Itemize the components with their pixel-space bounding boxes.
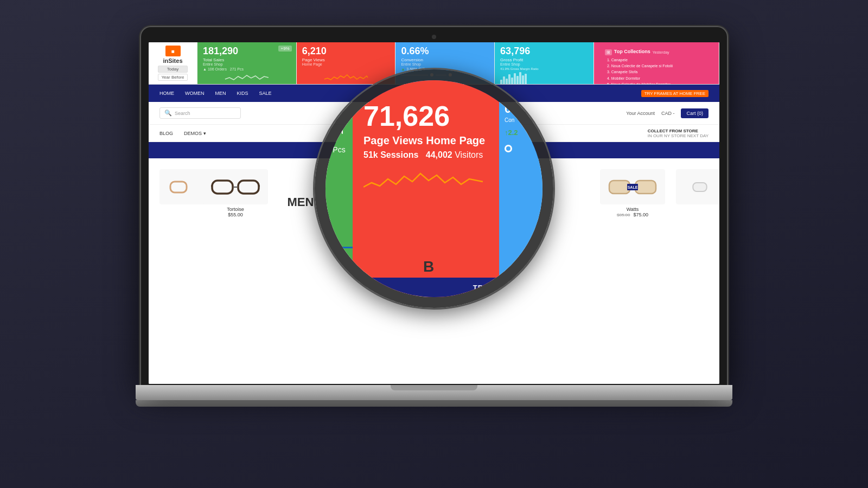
- subnav-demos[interactable]: DEMOS ▾: [184, 131, 206, 136]
- product-price-watts: $75.00: [633, 212, 648, 217]
- nav-home[interactable]: HOME: [159, 91, 174, 96]
- laptop-screen-outer: ■ inSites Today Year Before 181,290 Tota…: [141, 27, 727, 385]
- tile-top-collections: ⊞ Top Collections Yesterday Canapele Nou…: [594, 42, 719, 84]
- screen-content: ■ inSites Today Year Before 181,290 Tota…: [149, 42, 719, 384]
- gross-profit-sublabel: Entire Shop: [500, 62, 588, 66]
- product-img-watts: SALE: [600, 169, 665, 204]
- product-card-partial-right: [676, 169, 709, 217]
- logo-icon-text: ■: [171, 48, 174, 54]
- zoomed-dot: [505, 145, 512, 152]
- total-sales-number: 181,290: [203, 46, 291, 57]
- product-pricing-watts: $85.00 $75.00: [617, 212, 648, 217]
- search-icon: 🔍: [164, 110, 172, 117]
- zoomed-left-strip: 15% Pcs: [326, 80, 353, 297]
- svg-rect-10: [609, 181, 630, 194]
- zoomed-page-views: Page Views Home Page: [363, 134, 488, 147]
- tile-total-sales: 181,290 Total Sales Entire Shop ▲ 106 Or…: [197, 42, 297, 84]
- zoomed-big-number: 71,626: [363, 102, 488, 130]
- svg-text:SALE: SALE: [628, 185, 638, 189]
- subnav-blog[interactable]: BLOG: [159, 131, 173, 136]
- glasses-icon-partial-right: [692, 176, 719, 198]
- sessions-value: 51k Sessions: [363, 150, 418, 159]
- nav-sale[interactable]: SALE: [259, 91, 272, 96]
- collection-item-3: Canapele Stofa: [611, 69, 708, 75]
- conversion-number: 0.66%: [401, 46, 489, 57]
- zoomed-percent: 15%: [333, 113, 346, 134]
- collect-sub: IN OUR NY STORE NEXT DAY: [648, 133, 709, 138]
- product-card-partial-left: [159, 169, 192, 217]
- collections-title: Top Collections: [614, 49, 650, 54]
- insites-logo-icon: ■: [165, 46, 181, 56]
- collection-item-4: Mobilier Dormitor: [611, 75, 708, 81]
- page-views-sub: Home Page: [426, 134, 485, 146]
- gross-profit-number: 63,796: [500, 46, 588, 57]
- magnifier-overlay: 15% Pcs 71,626 Page Views Home Page: [315, 69, 553, 308]
- laptop-foot: [136, 400, 732, 407]
- collections-list: Canapele Noua Colectie de Canapele si Fo…: [605, 57, 708, 84]
- bottom-blue-bar: TRY FRAMES A: [326, 278, 542, 297]
- collections-sublabel: Yesterday: [653, 50, 669, 54]
- tile-gross-profit: 63,796 Gross Profit Entire Shop 41.9% Gr…: [495, 42, 594, 84]
- visitors-label: Visitors: [455, 150, 483, 159]
- nav-men[interactable]: MEN: [215, 91, 226, 96]
- conversion-label: Conversion: [401, 57, 489, 62]
- zoomed-con-label: Con: [505, 117, 537, 123]
- free-shipping-label: TRY FRAMES AT HOME FREE: [641, 90, 709, 97]
- total-sales-sublabel: Entire Shop: [203, 62, 291, 66]
- nav-kids[interactable]: KIDS: [237, 91, 248, 96]
- today-btn[interactable]: Today: [158, 66, 188, 73]
- page-views-number: 6,210: [302, 46, 390, 57]
- logo-date-buttons: Today Year Before: [158, 66, 188, 81]
- collection-item-1: Canapele: [611, 57, 708, 63]
- zoomed-pcs: Pcs: [333, 145, 345, 154]
- account-label[interactable]: Your Account: [626, 111, 655, 116]
- currency-label[interactable]: CAD -: [661, 111, 675, 116]
- search-placeholder: Search: [175, 111, 190, 116]
- svg-rect-11: [635, 181, 656, 194]
- zoomed-blue-line: [326, 247, 353, 248]
- subnav-right: COLLECT FROM STORE IN OUR NY STORE NEXT …: [648, 129, 709, 138]
- total-sales-badge: +9%: [278, 46, 291, 52]
- magnifier-zoomed-content: 15% Pcs 71,626 Page Views Home Page: [326, 80, 542, 297]
- conversion-sublabel: Entire Shop: [401, 62, 489, 66]
- zoomed-right-strip: 0.6 Con ↑2.2: [499, 80, 542, 297]
- nav-women[interactable]: WOMEN: [185, 91, 205, 96]
- laptop-camera: [432, 35, 436, 39]
- year-before-btn[interactable]: Year Before: [158, 74, 188, 81]
- product-card-tortoise[interactable]: Tortoise $55.00: [203, 169, 268, 217]
- cart-button[interactable]: Cart (0): [681, 108, 709, 118]
- product-img-tortoise: [203, 169, 268, 204]
- collect-title: COLLECT FROM STORE: [648, 129, 709, 133]
- zoomed-conversion-num: 0.6: [505, 102, 537, 116]
- search-box[interactable]: 🔍 Search: [159, 107, 241, 119]
- bottom-b-label: B: [423, 258, 434, 275]
- svg-rect-0: [170, 182, 187, 192]
- total-sales-label: Total Sales: [203, 57, 291, 62]
- zoomed-sessions: 51k Sessions 44,002 Visitors: [363, 150, 488, 160]
- product-card-watts[interactable]: SALE Watts $85.00 $75.00: [600, 169, 665, 217]
- product-name-tortoise: Tortoise: [227, 207, 244, 212]
- svg-rect-3: [238, 181, 259, 194]
- laptop-wrapper: ■ inSites Today Year Before 181,290 Tota…: [136, 27, 732, 461]
- header-right: Your Account CAD - Cart (0): [626, 108, 709, 118]
- page-views-chart: [302, 70, 390, 81]
- collect-store: COLLECT FROM STORE IN OUR NY STORE NEXT …: [648, 129, 709, 138]
- total-sales-chart: [203, 71, 291, 82]
- svg-rect-2: [212, 181, 233, 194]
- product-price-tortoise: $55.00: [228, 212, 243, 217]
- page-views-bold: Page Views: [363, 134, 423, 146]
- visitors-num: 44,002: [426, 150, 452, 159]
- zoomed-up-value: ↑2.2: [505, 129, 537, 137]
- collections-content: ⊞ Top Collections Yesterday Canapele Nou…: [599, 46, 713, 84]
- laptop-base: [136, 385, 732, 400]
- zoomed-wave-chart: [363, 165, 483, 192]
- product-name-watts: Watts: [627, 207, 639, 212]
- product-old-price-watts: $85.00: [617, 213, 630, 217]
- collection-item-2: Noua Colectie de Canapele si Fotolii: [611, 63, 708, 69]
- tile-page-views: 6,210 Page Views Home Page: [297, 42, 396, 84]
- bottom-blue-text: TRY FRAMES A: [473, 284, 532, 292]
- total-sales-detail: ▲ 106 Orders 271 Pcs: [203, 67, 291, 71]
- page-views-sublabel: Home Page: [302, 62, 390, 66]
- product-img-partial-right: [676, 169, 719, 204]
- collection-item-5: Noua Colectie de Mobilier Dormitor: [611, 81, 708, 84]
